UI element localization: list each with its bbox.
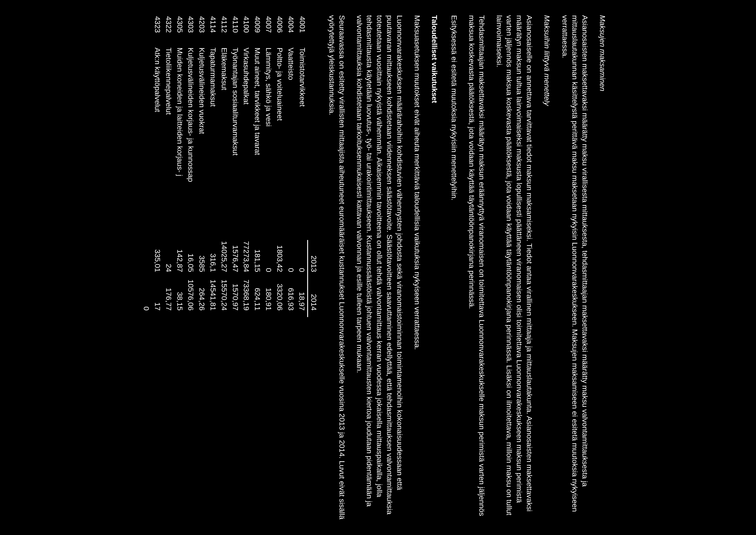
cell-2014: 17 [152,278,163,317]
table-header-row: 2013 2014 [308,15,319,317]
heading-maksujen-maksaminen: Maksujen maksaminen [597,15,607,520]
cell-label: Toimistotarvikkeet [296,46,308,240]
cell-code: 4322 [163,15,174,46]
table-row: 4203Kuljetusvälineiden vuokrat3585264,26 [196,15,207,317]
cell-2014: 14541,81 [207,278,218,317]
paragraph: Luonnonvarakeskuksen määrärahoihin kohdi… [354,15,405,520]
col-2013: 2013 [308,240,319,278]
paragraph: Seuraavassa on esitetty virallisten mitt… [327,15,347,520]
cell-label: Kuljetusvälineiden vuokrat [196,46,207,240]
table-row: 4100Virkasuhdepalkat77273,8473368,19 [240,15,252,317]
cell-2014: 3320,06 [274,278,285,317]
table-row: 4322Tietoliikennepalvelut24176,77 [163,15,174,317]
table-row: 4305Muiden koneiden ja laitteiden korjau… [174,15,185,317]
cell-2014: 10576,06 [185,278,196,317]
cell-code: 4006 [274,15,285,46]
cell-code: 4305 [174,15,185,46]
heading-taloudelliset-vaikutukset: Taloudelliset vaikutukset [429,15,439,520]
cell-2014: 180,91 [263,278,274,317]
cost-table: 2013 2014 4001Toimistotarvikkeet018,9740… [141,15,319,317]
cell-label: Muut aineet, tarvikkeet ja tavarat [252,46,263,240]
paragraph: Tehdasmittaajan maksettavaksi määrätyn m… [466,15,487,520]
cell-2013: 3585 [196,240,207,278]
table-row: 4114Tapaturmamaksut316,114541,81 [207,15,218,317]
cell-2014: 73368,19 [240,278,252,317]
cell-label: Poltto- ja voiteluaineet [274,46,285,240]
cell-2014: 616,93 [285,278,296,317]
cell-label: Muiden koneiden ja laitteiden korjaus- j [174,46,185,240]
cell-2014: 18,97 [296,278,308,317]
cell-2014: 0 [141,278,152,317]
cell-2013: 24 [163,240,174,278]
cell-2013: 335,01 [152,240,163,278]
cell-2013: 142,87 [174,240,185,278]
cell-2013: 16,05 [185,240,196,278]
table-row: 4112Eläkemaksut14025,2715570,24 [218,15,230,317]
table-row: 4004Vaatteisto0616,93 [285,15,296,317]
cell-code: 4100 [240,15,252,46]
cell-2013: 0 [263,240,274,278]
cell-2014: 264,26 [196,278,207,317]
cell-label: Eläkemaksut [218,46,230,240]
cell-2013: 1576,47 [230,240,241,278]
cell-label [141,46,152,240]
cell-label: Tietoliikennepalvelut [163,46,174,240]
cell-code: 4323 [152,15,163,46]
cell-label: Vaatteisto [285,46,296,240]
cell-2013: 1803,42 [274,240,285,278]
paragraph: Asianosaiselle on annettava tarvittavat … [494,15,534,520]
cell-code: 4112 [218,15,230,46]
cell-code [141,15,152,46]
table-row: 4110Työnantajan sosiaaliturvamaksut1576,… [230,15,241,317]
paragraph: Maksuasetuksen muutokset eivät aiheuta m… [412,15,422,520]
cell-code: 4114 [207,15,218,46]
table-row: 4007Lämmitys, sähkö ja vesi0180,91 [263,15,274,317]
table-row: 0 [141,15,152,317]
cell-label: Työnantajan sosiaaliturvamaksut [230,46,241,240]
cell-code: 4009 [252,15,263,46]
cell-code: 4110 [230,15,241,46]
cell-code: 4203 [196,15,207,46]
cell-2014: 624,11 [252,278,263,317]
cell-2014: 1570,97 [230,278,241,317]
cell-2014: 38,15 [174,278,185,317]
cell-code: 4004 [285,15,296,46]
cell-label: Lämmitys, sähkö ja vesi [263,46,274,240]
table-row: 4303Kuljetusvälineiden korjaus- ja kunno… [185,15,196,317]
paragraph: Esityksessä ei esitetä muutoksia nykyisi… [449,15,459,520]
table-row: 4001Toimistotarvikkeet018,97 [296,15,308,317]
table-row: 4006Poltto- ja voiteluaineet1803,423320,… [274,15,285,317]
cell-2013 [141,240,152,278]
table-row: 4323Atk:n käyttöpalvelut335,0117 [152,15,163,317]
cell-2013: 77273,84 [240,240,252,278]
cell-label: Virkasuhdepalkat [240,46,252,240]
cell-2013: 181,15 [252,240,263,278]
table-row: 4009Muut aineet, tarvikkeet ja tavarat18… [252,15,263,317]
col-2014: 2014 [308,278,319,317]
cell-code: 4007 [263,15,274,46]
cell-2013: 0 [296,240,308,278]
cell-code: 4001 [296,15,308,46]
cell-label: Kuljetusvälineiden korjaus- ja kunnossap [185,46,196,240]
cell-2013: 316,1 [207,240,218,278]
cell-2014: 15570,24 [218,278,230,317]
document-page: Maksujen maksaminen Asianosaisten makset… [141,15,615,520]
paragraph: Asianosaisten maksettavaksi määrätty mak… [560,15,590,520]
cell-2014: 176,77 [163,278,174,317]
cell-code: 4303 [185,15,196,46]
cell-2013: 0 [285,240,296,278]
cell-2013: 14025,27 [218,240,230,278]
heading-maksuihin-liittyva-menettely: Maksuihin liittyvä menettely [542,15,552,520]
cell-label: Atk:n käyttöpalvelut [152,46,163,240]
cell-label: Tapaturmamaksut [207,46,218,240]
